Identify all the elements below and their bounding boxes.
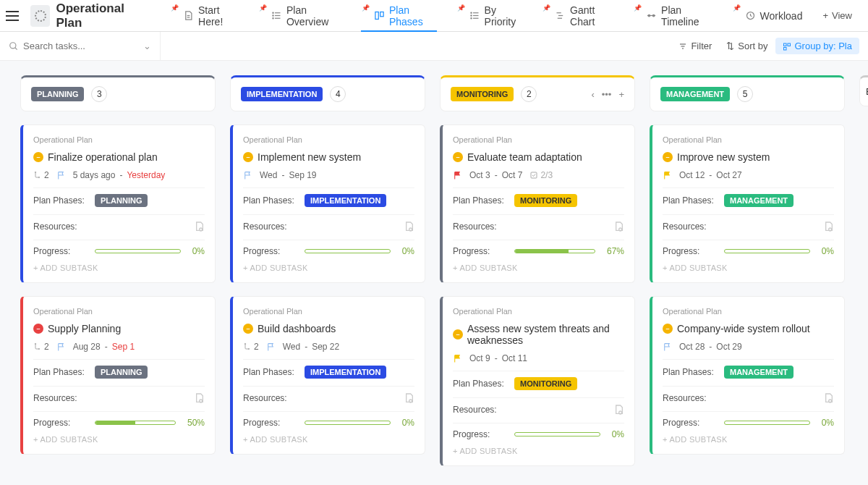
resource-icon[interactable] [193,392,205,404]
task-card[interactable]: Operational Plan – Improve new system Oc… [650,125,845,283]
breadcrumb: Operational Plan [33,307,205,316]
page-title: Operational Plan [56,1,146,30]
field-label: Plan Phases: [33,367,88,377]
add-subtask-button[interactable]: + ADD SUBTASK [453,263,624,272]
field-label: Progress: [243,246,297,256]
search-input[interactable] [23,41,132,51]
add-card-button[interactable]: + N [859,119,868,131]
more-icon[interactable]: ••• [602,89,612,100]
task-card[interactable]: Operational Plan – Evaluate team adaptat… [440,125,635,283]
column-count: 3 [91,86,107,102]
svg-point-15 [470,18,471,19]
resource-icon[interactable] [403,221,414,232]
menu-icon[interactable] [6,6,25,26]
group-button[interactable]: Group by: Pla [775,38,860,54]
status-icon[interactable]: – [243,152,253,162]
resource-icon[interactable] [822,221,834,232]
flag-icon[interactable] [56,171,66,180]
sort-button[interactable]: ⇅ Sort by [719,38,775,54]
add-view-label: View [832,10,852,21]
status-icon[interactable]: – [243,324,253,334]
phase-pill: IMPLEMENTATION [305,194,386,207]
tab-plan-overview[interactable]: 📌Plan Overview [249,0,352,31]
resource-icon[interactable] [613,221,624,232]
task-dates: Wed-Sep 22 [283,342,340,352]
column-planning: PLANNING 3 Operational Plan – Finalize o… [20,75,216,466]
phase-pill: PLANNING [95,194,148,207]
column-header[interactable]: MANAGEMENT 5 [650,75,845,111]
column-count: 2 [521,86,537,102]
task-card[interactable]: Operational Plan – Company-wide system r… [650,296,845,455]
add-subtask-button[interactable]: + ADD SUBTASK [663,263,834,272]
progress-bar [305,249,391,253]
tab-workload[interactable]: 📌Workload [723,0,813,31]
column-title: PLANNING [31,87,84,101]
column-header[interactable]: IMPLEMENTATION 4 [230,75,425,111]
field-label: Plan Phases: [33,195,88,206]
field-label: Progress: [663,418,717,428]
status-icon[interactable]: – [663,324,673,334]
svg-point-43 [619,411,622,414]
task-title: Evaluate team adaptation [467,151,582,163]
status-icon[interactable]: – [33,152,43,162]
progress-value: 0% [192,246,205,256]
add-subtask-button[interactable]: + ADD SUBTASK [243,263,414,272]
flag-icon[interactable] [453,354,462,363]
tab-start-here-[interactable]: 📌Start Here! [161,0,249,31]
plus-icon[interactable]: + [618,89,624,100]
resource-icon[interactable] [193,221,205,232]
board-icon [374,10,385,21]
resource-icon[interactable] [613,404,624,416]
task-card[interactable]: Operational Plan – Supply Planning 2 Aug… [20,296,216,455]
add-view-button[interactable]: + View [812,10,862,21]
add-subtask-button[interactable]: + ADD SUBTASK [663,435,834,444]
add-subtask-button[interactable]: + ADD SUBTASK [33,435,205,444]
tab-plan-phases[interactable]: 📌Plan Phases [352,0,447,31]
gantt-icon [555,10,566,21]
column-header[interactable]: PLANNING 3 [20,75,216,111]
subtask-count: 2 [33,342,49,352]
tab-by-priority[interactable]: 📌By Priority [447,0,532,31]
flag-icon[interactable] [56,342,66,352]
column-header[interactable]: Em [859,75,868,106]
tab-plan-timeline[interactable]: 📌Plan Timeline [624,0,722,31]
resource-icon[interactable] [403,392,414,404]
chevron-left-icon[interactable]: ‹ [591,89,594,100]
task-card[interactable]: Operational Plan – Assess new system thr… [440,296,635,466]
status-icon[interactable]: – [663,152,673,162]
status-icon[interactable]: – [453,329,463,340]
flag-icon[interactable] [266,342,276,352]
breadcrumb: Operational Plan [453,135,624,144]
task-card[interactable]: Operational Plan – Build dashboards 2 We… [230,296,425,455]
pin-icon: 📌 [542,4,550,12]
task-card[interactable]: Operational Plan – Finalize operational … [20,125,216,283]
task-title: Company-wide system rollout [677,323,810,334]
progress-bar [724,421,810,425]
column-header[interactable]: MONITORING 2 ‹ ••• + [440,75,635,111]
flag-icon[interactable] [453,171,462,180]
breadcrumb: Operational Plan [663,135,834,144]
status-icon[interactable]: – [33,324,43,334]
svg-rect-41 [531,172,537,178]
progress-value: 0% [612,429,624,439]
filter-button[interactable]: Filter [671,38,719,54]
breadcrumb: Operational Plan [663,307,834,316]
add-subtask-button[interactable]: + ADD SUBTASK [243,435,414,444]
flag-icon[interactable] [663,342,672,352]
svg-point-7 [273,18,273,19]
task-title: Supply Planning [48,323,121,334]
progress-bar [95,249,181,253]
status-icon[interactable]: – [453,152,463,162]
chevron-down-icon[interactable]: ⌄ [143,41,151,51]
tab-gantt-chart[interactable]: 📌Gantt Chart [532,0,624,31]
flag-icon[interactable] [243,171,252,180]
field-label: Progress: [663,246,717,256]
task-card[interactable]: Operational Plan – Implement new system … [230,125,425,283]
field-label: Resources: [453,222,507,232]
flag-icon[interactable] [663,171,672,180]
add-subtask-button[interactable]: + ADD SUBTASK [453,447,624,455]
add-subtask-button[interactable]: + ADD SUBTASK [33,263,205,272]
progress-bar [95,421,176,425]
resource-icon[interactable] [822,392,834,404]
breadcrumb: Operational Plan [243,307,414,316]
